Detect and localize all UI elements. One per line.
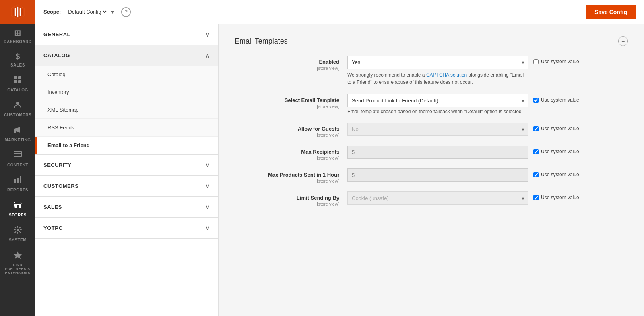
system-icon [13, 225, 22, 236]
svg-rect-1 [18, 76, 21, 79]
select-allow-guests[interactable]: No Yes [347, 123, 528, 136]
section-heading: Email Templates − [235, 36, 628, 46]
section-sales: SALES ∨ [35, 197, 218, 218]
sidebar-item-reports[interactable]: REPORTS [0, 171, 35, 196]
section-header-customers[interactable]: CUSTOMERS ∨ [35, 176, 218, 196]
control-max-recipients: Use system value [347, 146, 628, 159]
sidebar: ⊞ DASHBOARD $ SALES CATALOG CUSTOMERS MA… [0, 0, 35, 316]
control-email-template: Send Product Link to Friend (Default) ▼ … [347, 94, 628, 114]
label-allow-guests: Allow for Guests [store view] [235, 123, 347, 137]
chevron-general: ∨ [205, 31, 210, 38]
section-title-catalog: CATALOG [43, 52, 70, 58]
label-enabled: Enabled [store view] [235, 56, 347, 71]
chevron-catalog: ∧ [205, 52, 210, 59]
sidebar-item-customers[interactable]: CUSTOMERS [0, 96, 35, 121]
marketing-icon [13, 125, 22, 136]
sidebar-item-stores[interactable]: STORES [0, 196, 35, 221]
svg-rect-5 [14, 131, 16, 133]
checkbox-system-value-email-template[interactable] [533, 98, 539, 103]
field-limit-sending: Limit Sending By [store view] Cookie (un… [235, 191, 628, 206]
control-allow-guests: No Yes ▼ Use system value [347, 123, 628, 136]
select-limit-sending[interactable]: Cookie (unsafe) IP Address [347, 191, 528, 205]
label-text-allow-guests: Allow for Guests [235, 126, 339, 132]
checkbox-system-value-max-recipients[interactable] [533, 149, 539, 154]
sidebar-item-sales[interactable]: $ SALES [0, 48, 35, 71]
chevron-yotpo: ∨ [205, 224, 210, 232]
sublabel-enabled: [store view] [235, 66, 339, 71]
sidebar-item-system[interactable]: SYSTEM [0, 221, 35, 246]
control-enabled: Yes No ▼ We strongly recommend to enable… [347, 56, 628, 86]
main-container: Scope: Default Config ▼ ? Save Config GE… [35, 0, 644, 316]
svg-point-4 [16, 102, 19, 105]
system-value-max-products: Use system value [533, 168, 579, 177]
scope-selector: Scope: Default Config ▼ ? [43, 7, 131, 17]
sidebar-item-content[interactable]: CONTENT [0, 146, 35, 171]
system-value-label-allow-guests: Use system value [541, 126, 579, 131]
sublabel-max-products: [store view] [235, 179, 339, 183]
svg-rect-12 [17, 205, 19, 208]
catalog-item-email-to-a-friend[interactable]: Email to a Friend [35, 137, 218, 154]
catalog-item-catalog[interactable]: Catalog [35, 66, 218, 83]
captcha-link[interactable]: CAPTCHA solution [426, 72, 467, 78]
field-email-template: Select Email Template [store view] Send … [235, 94, 628, 114]
catalog-item-rss-feeds[interactable]: RSS Feeds [35, 119, 218, 137]
section-header-catalog[interactable]: CATALOG ∧ [35, 45, 218, 66]
note-email-template: Email template chosen based on theme fal… [347, 109, 528, 114]
section-title-security: SECURITY [43, 162, 72, 168]
section-general: GENERAL ∨ [35, 24, 218, 45]
svg-rect-3 [18, 80, 21, 83]
input-max-products[interactable] [347, 168, 528, 182]
chevron-security: ∨ [205, 161, 210, 169]
checkbox-system-value-enabled[interactable] [533, 59, 539, 64]
help-text-enabled: We strongly recommend to enable a CAPTCH… [347, 71, 528, 86]
sublabel-email-template: [store view] [235, 104, 339, 109]
section-title-customers: CUSTOMERS [43, 183, 78, 189]
help-icon[interactable]: ? [121, 7, 131, 17]
content-icon [13, 150, 22, 161]
system-value-label-max-recipients: Use system value [541, 149, 579, 154]
catalog-item-inventory[interactable]: Inventory [35, 83, 218, 101]
svg-rect-2 [14, 80, 17, 83]
select-email-template[interactable]: Send Product Link to Friend (Default) [347, 94, 528, 107]
label-limit-sending: Limit Sending By [store view] [235, 191, 347, 206]
svg-rect-9 [14, 179, 16, 183]
sidebar-item-dashboard[interactable]: ⊞ DASHBOARD [0, 24, 35, 48]
select-enabled[interactable]: Yes No [347, 56, 528, 69]
sidebar-item-catalog[interactable]: CATALOG [0, 71, 35, 96]
label-email-template: Select Email Template [store view] [235, 94, 347, 109]
label-text-max-recipients: Max Recipients [235, 149, 339, 155]
sidebar-item-marketing[interactable]: MARKETING [0, 121, 35, 146]
checkbox-system-value-max-products[interactable] [533, 172, 539, 177]
catalog-item-xml-sitemap[interactable]: XML Sitemap [35, 101, 218, 119]
top-bar: Scope: Default Config ▼ ? Save Config [35, 0, 644, 24]
sublabel-allow-guests: [store view] [235, 133, 339, 137]
system-value-max-recipients: Use system value [533, 146, 579, 154]
save-config-button[interactable]: Save Config [586, 5, 636, 19]
control-max-products: Use system value [347, 168, 628, 182]
section-title-general: GENERAL [43, 31, 70, 37]
checkbox-system-value-limit-sending[interactable] [533, 195, 539, 200]
left-panel: GENERAL ∨ CATALOG ∧ Catalog Inventory [35, 24, 219, 316]
sales-icon: $ [15, 52, 20, 61]
right-panel: Email Templates − Enabled [store view] Y… [219, 24, 644, 316]
control-limit-sending: Cookie (unsafe) IP Address ▼ Use system … [347, 191, 628, 205]
label-text-enabled: Enabled [235, 59, 339, 65]
section-yotpo: YOTPO ∨ [35, 218, 218, 239]
collapse-button[interactable]: − [618, 36, 628, 46]
select-wrap-email-template: Send Product Link to Friend (Default) ▼ [347, 94, 528, 107]
magento-logo [0, 0, 35, 24]
chevron-sales: ∨ [205, 203, 210, 211]
extensions-icon [13, 250, 22, 261]
svg-rect-8 [15, 158, 20, 158]
scope-dropdown[interactable]: Default Config [66, 8, 108, 15]
section-header-sales[interactable]: SALES ∨ [35, 197, 218, 217]
checkbox-system-value-allow-guests[interactable] [533, 126, 539, 131]
section-header-yotpo[interactable]: YOTPO ∨ [35, 218, 218, 238]
sidebar-item-find-partners[interactable]: FIND PARTNERS & EXTENSIONS [0, 246, 35, 279]
stores-icon [13, 200, 22, 211]
section-header-security[interactable]: SECURITY ∨ [35, 155, 218, 175]
input-max-recipients[interactable] [347, 146, 528, 159]
section-header-general[interactable]: GENERAL ∨ [35, 24, 218, 45]
reports-icon [13, 175, 22, 186]
label-max-recipients: Max Recipients [store view] [235, 146, 347, 160]
